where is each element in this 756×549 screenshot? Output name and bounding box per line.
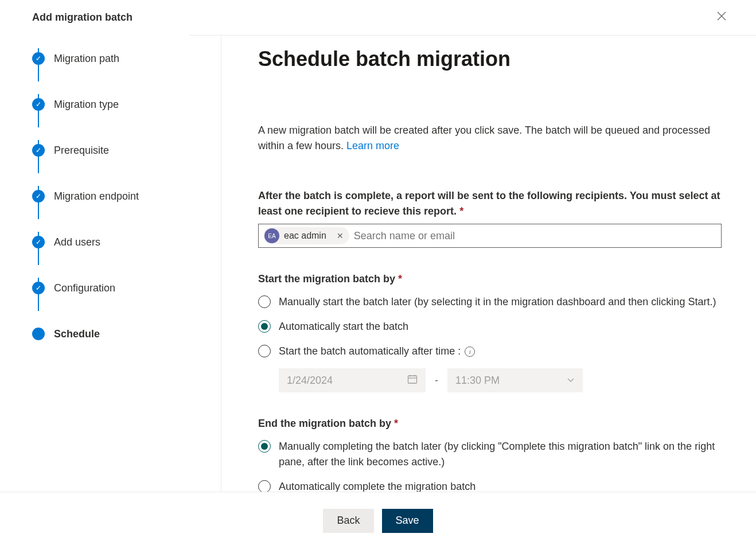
radio-label: Automatically start the batch (279, 319, 408, 334)
svg-rect-0 (408, 376, 417, 383)
info-icon[interactable]: i (465, 346, 475, 357)
required-asterisk: * (398, 273, 402, 285)
step-done-icon: ✓ (32, 52, 45, 65)
radio-label: Start the batch automatically after time… (279, 344, 475, 359)
radio-label: Manually start the batch later (by selec… (279, 294, 716, 310)
recipients-label: After the batch is complete, a report wi… (258, 188, 722, 219)
avatar: EA (264, 228, 279, 243)
start-option-manual[interactable]: Manually start the batch later (by selec… (258, 294, 722, 310)
recipient-chip: EA eac admin ✕ (263, 227, 349, 244)
start-time-input[interactable]: 11:30 PM (447, 368, 583, 392)
description-text: A new migration batch will be created af… (258, 124, 710, 151)
close-button[interactable] (712, 9, 731, 26)
date-value: 1/24/2024 (287, 375, 333, 387)
dialog-header: Add migration batch (0, 0, 756, 35)
step-done-icon: ✓ (32, 98, 45, 111)
save-button[interactable]: Save (382, 509, 433, 533)
recipient-search-input[interactable] (354, 230, 716, 242)
end-batch-group: End the migration batch by * Manually co… (258, 418, 722, 495)
step-label: Configuration (54, 282, 115, 294)
dialog-footer: Back Save (0, 492, 756, 549)
main-content: Schedule batch migration A new migration… (221, 36, 756, 496)
page-description: A new migration batch will be created af… (258, 123, 722, 154)
required-asterisk: * (394, 418, 398, 429)
step-schedule[interactable]: Schedule (32, 311, 221, 357)
step-migration-type[interactable]: ✓ Migration type (32, 81, 221, 127)
radio-button[interactable] (258, 440, 271, 453)
start-heading: Start the migration batch by * (258, 273, 722, 285)
page-title: Schedule batch migration (258, 47, 722, 71)
step-configuration[interactable]: ✓ Configuration (32, 265, 221, 311)
end-heading: End the migration batch by * (258, 418, 722, 430)
remove-recipient-button[interactable]: ✕ (333, 231, 347, 240)
step-add-users[interactable]: ✓ Add users (32, 219, 221, 265)
dialog-title: Add migration batch (32, 11, 133, 24)
start-datetime-row: 1/24/2024 - 11:30 PM (279, 368, 722, 392)
step-label: Migration type (54, 99, 119, 111)
radio-button[interactable] (258, 345, 271, 357)
dash-separator: - (435, 375, 438, 387)
step-label: Migration path (54, 53, 119, 65)
step-migration-path[interactable]: ✓ Migration path (32, 36, 221, 81)
chevron-down-icon (567, 375, 575, 387)
step-done-icon: ✓ (32, 144, 45, 157)
radio-button[interactable] (258, 295, 271, 308)
step-label: Migration endpoint (54, 190, 139, 203)
radio-button[interactable] (258, 480, 271, 493)
calendar-icon (407, 374, 418, 387)
step-prerequisite[interactable]: ✓ Prerequisite (32, 127, 221, 173)
step-current-icon (32, 328, 45, 340)
step-label: Add users (54, 236, 100, 248)
time-value: 11:30 PM (455, 375, 500, 387)
end-option-manual[interactable]: Manually completing the batch later (by … (258, 439, 722, 470)
step-label: Prerequisite (54, 145, 109, 157)
close-icon (717, 11, 726, 21)
step-done-icon: ✓ (32, 282, 45, 294)
start-date-input[interactable]: 1/24/2024 (279, 368, 426, 392)
start-batch-group: Start the migration batch by * Manually … (258, 273, 722, 392)
step-label: Schedule (54, 328, 100, 340)
radio-button[interactable] (258, 320, 271, 333)
back-button[interactable]: Back (323, 509, 373, 533)
chip-name: eac admin (284, 231, 329, 241)
learn-more-link[interactable]: Learn more (346, 140, 399, 151)
step-migration-endpoint[interactable]: ✓ Migration endpoint (32, 173, 221, 219)
start-option-after-time[interactable]: Start the batch automatically after time… (258, 344, 722, 359)
step-done-icon: ✓ (32, 190, 45, 203)
recipients-input-box[interactable]: EA eac admin ✕ (258, 224, 722, 248)
required-asterisk: * (459, 205, 463, 217)
wizard-steps: ✓ Migration path ✓ Migration type ✓ Prer… (0, 36, 221, 496)
start-option-auto[interactable]: Automatically start the batch (258, 319, 722, 334)
radio-label: Manually completing the batch later (by … (279, 439, 722, 470)
step-done-icon: ✓ (32, 236, 45, 248)
